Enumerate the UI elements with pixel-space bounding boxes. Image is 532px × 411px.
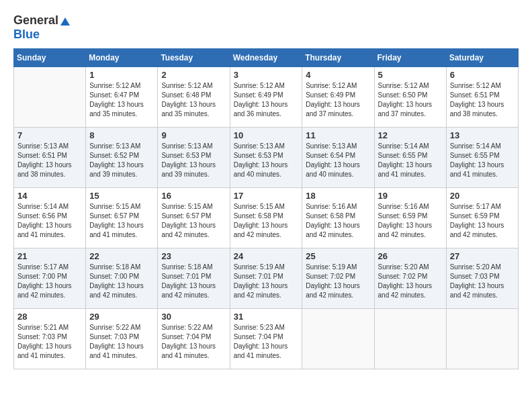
- day-number: 18: [306, 191, 370, 201]
- day-number: 1: [89, 70, 154, 80]
- calendar-cell: 7Sunrise: 5:13 AM Sunset: 6:51 PM Daylig…: [14, 128, 86, 188]
- calendar-cell: [374, 309, 446, 369]
- weekday-header-friday: Friday: [374, 49, 446, 67]
- calendar-table: SundayMondayTuesdayWednesdayThursdayFrid…: [13, 48, 519, 369]
- day-info: Sunrise: 5:12 AM Sunset: 6:51 PM Dayligh…: [450, 81, 515, 119]
- day-info: Sunrise: 5:14 AM Sunset: 6:55 PM Dayligh…: [450, 142, 515, 179]
- logo: General Blue: [13, 13, 70, 42]
- page-header: General Blue: [13, 13, 519, 42]
- day-number: 11: [306, 130, 370, 140]
- day-number: 21: [17, 251, 82, 261]
- calendar-cell: 27Sunrise: 5:20 AM Sunset: 7:03 PM Dayli…: [446, 248, 518, 309]
- day-info: Sunrise: 5:17 AM Sunset: 7:00 PM Dayligh…: [17, 263, 82, 300]
- calendar-cell: 13Sunrise: 5:14 AM Sunset: 6:55 PM Dayli…: [446, 128, 518, 188]
- day-number: 31: [234, 312, 299, 322]
- calendar-cell: 25Sunrise: 5:19 AM Sunset: 7:02 PM Dayli…: [302, 248, 374, 309]
- weekday-header-monday: Monday: [86, 49, 158, 67]
- weekday-header-tuesday: Tuesday: [158, 49, 230, 67]
- day-info: Sunrise: 5:13 AM Sunset: 6:53 PM Dayligh…: [234, 142, 299, 179]
- day-number: 23: [161, 251, 226, 261]
- calendar-cell: 24Sunrise: 5:19 AM Sunset: 7:01 PM Dayli…: [230, 248, 302, 309]
- day-info: Sunrise: 5:21 AM Sunset: 7:03 PM Dayligh…: [17, 323, 82, 361]
- calendar-cell: 9Sunrise: 5:13 AM Sunset: 6:53 PM Daylig…: [158, 128, 230, 188]
- calendar-cell: 19Sunrise: 5:16 AM Sunset: 6:59 PM Dayli…: [374, 188, 446, 248]
- calendar-cell: 20Sunrise: 5:17 AM Sunset: 6:59 PM Dayli…: [446, 188, 518, 248]
- day-number: 30: [161, 312, 226, 322]
- day-number: 26: [378, 251, 443, 261]
- logo-general-text: General: [13, 13, 58, 28]
- day-info: Sunrise: 5:17 AM Sunset: 6:59 PM Dayligh…: [450, 202, 515, 240]
- day-info: Sunrise: 5:22 AM Sunset: 7:03 PM Dayligh…: [89, 323, 154, 361]
- day-number: 14: [17, 191, 82, 201]
- day-info: Sunrise: 5:20 AM Sunset: 7:03 PM Dayligh…: [450, 263, 515, 300]
- day-number: 9: [161, 130, 226, 140]
- calendar-cell: 22Sunrise: 5:18 AM Sunset: 7:00 PM Dayli…: [86, 248, 158, 309]
- day-number: 6: [450, 70, 515, 80]
- day-info: Sunrise: 5:14 AM Sunset: 6:56 PM Dayligh…: [17, 202, 82, 240]
- day-number: 10: [234, 130, 299, 140]
- day-info: Sunrise: 5:15 AM Sunset: 6:58 PM Dayligh…: [234, 202, 299, 240]
- day-info: Sunrise: 5:12 AM Sunset: 6:50 PM Dayligh…: [378, 81, 443, 119]
- calendar-cell: [14, 67, 86, 128]
- calendar-week-row: 14Sunrise: 5:14 AM Sunset: 6:56 PM Dayli…: [14, 188, 519, 248]
- weekday-header-thursday: Thursday: [302, 49, 374, 67]
- day-info: Sunrise: 5:16 AM Sunset: 6:58 PM Dayligh…: [306, 202, 370, 240]
- day-info: Sunrise: 5:13 AM Sunset: 6:53 PM Dayligh…: [161, 142, 226, 179]
- calendar-cell: 2Sunrise: 5:12 AM Sunset: 6:48 PM Daylig…: [158, 67, 230, 128]
- calendar-cell: 14Sunrise: 5:14 AM Sunset: 6:56 PM Dayli…: [14, 188, 86, 248]
- calendar-cell: 5Sunrise: 5:12 AM Sunset: 6:50 PM Daylig…: [374, 67, 446, 128]
- day-number: 25: [306, 251, 370, 261]
- calendar-cell: 6Sunrise: 5:12 AM Sunset: 6:51 PM Daylig…: [446, 67, 518, 128]
- day-info: Sunrise: 5:15 AM Sunset: 6:57 PM Dayligh…: [161, 202, 226, 240]
- day-number: 20: [450, 191, 515, 201]
- day-number: 8: [89, 130, 154, 140]
- day-number: 29: [89, 312, 154, 322]
- day-number: 16: [161, 191, 226, 201]
- calendar-cell: 3Sunrise: 5:12 AM Sunset: 6:49 PM Daylig…: [230, 67, 302, 128]
- day-number: 4: [306, 70, 370, 80]
- calendar-cell: 1Sunrise: 5:12 AM Sunset: 6:47 PM Daylig…: [86, 67, 158, 128]
- calendar-cell: 17Sunrise: 5:15 AM Sunset: 6:58 PM Dayli…: [230, 188, 302, 248]
- calendar-cell: 21Sunrise: 5:17 AM Sunset: 7:00 PM Dayli…: [14, 248, 86, 309]
- calendar-cell: 16Sunrise: 5:15 AM Sunset: 6:57 PM Dayli…: [158, 188, 230, 248]
- day-info: Sunrise: 5:12 AM Sunset: 6:49 PM Dayligh…: [234, 81, 299, 119]
- day-info: Sunrise: 5:13 AM Sunset: 6:54 PM Dayligh…: [306, 142, 370, 179]
- calendar-cell: 18Sunrise: 5:16 AM Sunset: 6:58 PM Dayli…: [302, 188, 374, 248]
- calendar-week-row: 1Sunrise: 5:12 AM Sunset: 6:47 PM Daylig…: [14, 67, 519, 128]
- day-info: Sunrise: 5:12 AM Sunset: 6:49 PM Dayligh…: [306, 81, 370, 119]
- day-info: Sunrise: 5:19 AM Sunset: 7:02 PM Dayligh…: [306, 263, 370, 300]
- calendar-cell: 28Sunrise: 5:21 AM Sunset: 7:03 PM Dayli…: [14, 309, 86, 369]
- calendar-cell: 11Sunrise: 5:13 AM Sunset: 6:54 PM Dayli…: [302, 128, 374, 188]
- day-info: Sunrise: 5:20 AM Sunset: 7:02 PM Dayligh…: [378, 263, 443, 300]
- calendar-header-row: SundayMondayTuesdayWednesdayThursdayFrid…: [14, 49, 519, 67]
- day-number: 3: [234, 70, 299, 80]
- calendar-cell: 30Sunrise: 5:22 AM Sunset: 7:04 PM Dayli…: [158, 309, 230, 369]
- day-info: Sunrise: 5:18 AM Sunset: 7:00 PM Dayligh…: [89, 263, 154, 300]
- day-info: Sunrise: 5:14 AM Sunset: 6:55 PM Dayligh…: [378, 142, 443, 179]
- calendar-cell: 31Sunrise: 5:23 AM Sunset: 7:04 PM Dayli…: [230, 309, 302, 369]
- day-info: Sunrise: 5:22 AM Sunset: 7:04 PM Dayligh…: [161, 323, 226, 361]
- calendar-cell: 8Sunrise: 5:13 AM Sunset: 6:52 PM Daylig…: [86, 128, 158, 188]
- calendar-cell: 10Sunrise: 5:13 AM Sunset: 6:53 PM Dayli…: [230, 128, 302, 188]
- calendar-cell: [446, 309, 518, 369]
- day-info: Sunrise: 5:16 AM Sunset: 6:59 PM Dayligh…: [378, 202, 443, 240]
- weekday-header-wednesday: Wednesday: [230, 49, 302, 67]
- day-number: 19: [378, 191, 443, 201]
- day-number: 22: [89, 251, 154, 261]
- day-number: 17: [234, 191, 299, 201]
- day-info: Sunrise: 5:13 AM Sunset: 6:52 PM Dayligh…: [89, 142, 154, 179]
- calendar-week-row: 21Sunrise: 5:17 AM Sunset: 7:00 PM Dayli…: [14, 248, 519, 309]
- day-number: 7: [17, 130, 82, 140]
- weekday-header-saturday: Saturday: [446, 49, 518, 67]
- day-info: Sunrise: 5:19 AM Sunset: 7:01 PM Dayligh…: [234, 263, 299, 300]
- day-info: Sunrise: 5:12 AM Sunset: 6:47 PM Dayligh…: [89, 81, 154, 119]
- calendar-week-row: 7Sunrise: 5:13 AM Sunset: 6:51 PM Daylig…: [14, 128, 519, 188]
- day-number: 15: [89, 191, 154, 201]
- calendar-cell: 29Sunrise: 5:22 AM Sunset: 7:03 PM Dayli…: [86, 309, 158, 369]
- day-number: 27: [450, 251, 515, 261]
- day-info: Sunrise: 5:12 AM Sunset: 6:48 PM Dayligh…: [161, 81, 226, 119]
- day-number: 2: [161, 70, 226, 80]
- day-number: 24: [234, 251, 299, 261]
- calendar-week-row: 28Sunrise: 5:21 AM Sunset: 7:03 PM Dayli…: [14, 309, 519, 369]
- logo-triangle-icon: [60, 17, 70, 26]
